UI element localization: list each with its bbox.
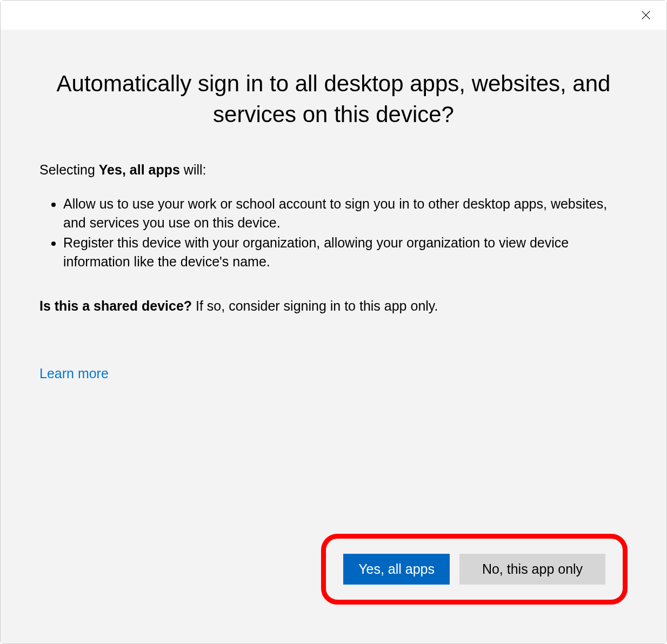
shared-device-rest: If so, consider signing in to this app o…	[192, 298, 438, 313]
intro-text: Selecting Yes, all apps will:	[39, 160, 628, 180]
intro-bold: Yes, all apps	[99, 162, 180, 177]
bullet-item: Allow us to use your work or school acco…	[63, 194, 628, 232]
dialog-content: Automatically sign in to all desktop app…	[1, 30, 666, 643]
shared-device-text: Is this a shared device? If so, consider…	[39, 296, 628, 317]
intro-suffix: will:	[180, 162, 206, 177]
intro-prefix: Selecting	[39, 162, 99, 177]
signin-dialog: Automatically sign in to all desktop app…	[0, 0, 667, 644]
bullet-item: Register this device with your organizat…	[63, 233, 628, 271]
no-this-app-only-button[interactable]: No, this app only	[459, 554, 605, 585]
yes-all-apps-button[interactable]: Yes, all apps	[343, 554, 450, 585]
shared-device-bold: Is this a shared device?	[39, 298, 192, 313]
bullet-list: Allow us to use your work or school acco…	[39, 194, 628, 272]
titlebar	[1, 1, 666, 30]
learn-more-link[interactable]: Learn more	[39, 366, 109, 381]
close-button[interactable]	[635, 4, 657, 26]
dialog-heading: Automatically sign in to all desktop app…	[39, 69, 628, 130]
button-row-highlight: Yes, all apps No, this app only	[321, 534, 628, 605]
close-icon	[640, 9, 652, 21]
